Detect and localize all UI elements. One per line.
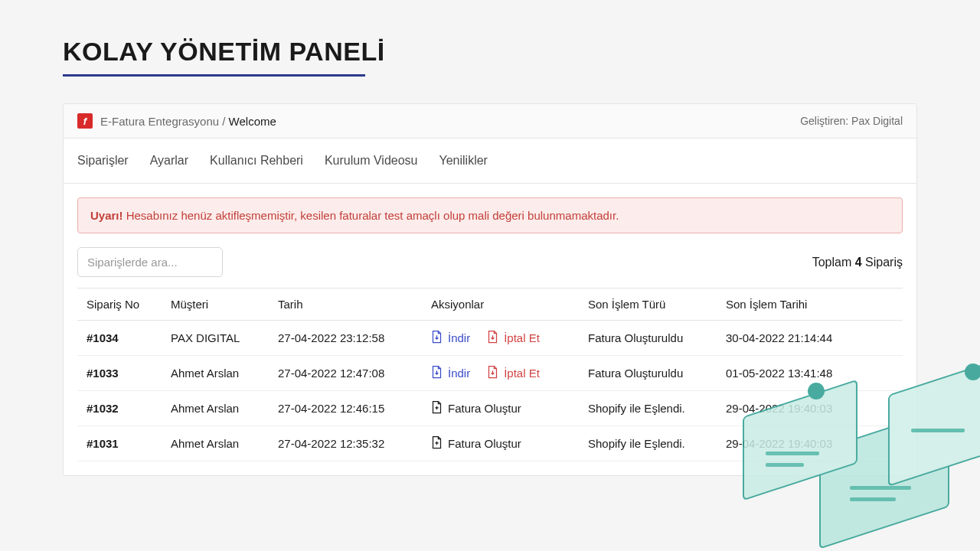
cell-last-type: Fatura Oluşturuldu [579, 321, 717, 356]
panel-header: f E-Fatura Entegrasyonu / Welcome Gelişt… [64, 104, 916, 139]
cancel-button[interactable]: İptal Et [487, 365, 540, 381]
col-order-no: Sipariş No [77, 289, 162, 321]
admin-panel: f E-Fatura Entegrasyonu / Welcome Gelişt… [63, 103, 917, 476]
cell-last-date: 30-04-2022 21:14:44 [717, 321, 903, 356]
alert-strong: Uyarı! [90, 209, 123, 222]
title-underline [63, 74, 365, 77]
table-row: #1032 Ahmet Arslan 27-04-2022 12:46:15 F… [77, 391, 903, 426]
create-invoice-button[interactable]: Fatura Oluştur [431, 435, 521, 452]
cancel-icon [487, 365, 498, 381]
cell-actions: Fatura Oluştur [422, 391, 579, 426]
cell-order-no: #1032 [77, 391, 162, 426]
cell-customer: Ahmet Arslan [162, 391, 269, 426]
content-area: Uyarı! Hesabınız henüz aktifleşmemiştir,… [64, 184, 916, 475]
breadcrumb: f E-Fatura Entegrasyonu / Welcome [77, 113, 276, 129]
breadcrumb-separator: / [219, 115, 229, 128]
download-icon [431, 365, 443, 381]
developer-label: Geliştiren: Pax Digital [800, 115, 903, 127]
cell-actions: İndir İptal Et [422, 321, 579, 356]
download-icon [431, 330, 443, 346]
cell-date: 27-04-2022 12:35:32 [269, 426, 422, 461]
cell-date: 27-04-2022 12:46:15 [269, 391, 422, 426]
cancel-icon [487, 330, 498, 346]
cell-last-type: Shopify ile Eşlendi. [579, 426, 717, 461]
create-icon [431, 435, 443, 452]
cell-actions: Fatura Oluştur [422, 426, 579, 461]
download-button[interactable]: İndir [431, 330, 470, 346]
create-icon [431, 400, 443, 416]
create-invoice-button[interactable]: Fatura Oluştur [431, 400, 521, 416]
table-row: #1031 Ahmet Arslan 27-04-2022 12:35:32 F… [77, 426, 903, 461]
cell-customer: Ahmet Arslan [162, 426, 269, 461]
total-count: Toplam 4 Sipariş [812, 256, 903, 269]
col-last-type: Son İşlem Türü [579, 289, 717, 321]
cell-last-date: 01-05-2022 13:41:48 [717, 356, 903, 391]
orders-table: Sipariş No Müşteri Tarih Aksiyonlar Son … [77, 288, 903, 461]
cell-last-type: Fatura Oluşturuldu [579, 356, 717, 391]
tab-siparisler[interactable]: Siparişler [77, 151, 129, 171]
download-button[interactable]: İndir [431, 365, 470, 381]
cell-order-no: #1033 [77, 356, 162, 391]
tab-yenilikler[interactable]: Yenilikler [439, 151, 487, 171]
logo-icon: f [77, 113, 93, 129]
cell-customer: Ahmet Arslan [162, 356, 269, 391]
cell-actions: İndir İptal Et [422, 356, 579, 391]
page-title: KOLAY YÖNETİM PANELİ [63, 37, 980, 67]
col-customer: Müşteri [162, 289, 269, 321]
cell-customer: PAX DIGITAL [162, 321, 269, 356]
tab-kullanici-rehberi[interactable]: Kullanıcı Rehberi [210, 151, 303, 171]
cell-date: 27-04-2022 23:12:58 [269, 321, 422, 356]
warning-alert: Uyarı! Hesabınız henüz aktifleşmemiştir,… [77, 197, 903, 233]
cell-order-no: #1034 [77, 321, 162, 356]
alert-text: Hesabınız henüz aktifleşmemiştir, kesile… [123, 209, 619, 222]
breadcrumb-root[interactable]: E-Fatura Entegrasyonu [100, 115, 219, 128]
table-row: #1034 PAX DIGITAL 27-04-2022 23:12:58 İn… [77, 321, 903, 356]
breadcrumb-current: Welcome [229, 115, 276, 128]
cell-order-no: #1031 [77, 426, 162, 461]
cell-last-date: 29-04-2022 19:40:03 [717, 426, 903, 461]
tabs: Siparişler Ayarlar Kullanıcı Rehberi Kur… [64, 139, 916, 184]
tab-kurulum-videosu[interactable]: Kurulum Videosu [325, 151, 418, 171]
cancel-button[interactable]: İptal Et [487, 330, 540, 346]
cell-date: 27-04-2022 12:47:08 [269, 356, 422, 391]
col-last-date: Son İşlem Tarihi [717, 289, 903, 321]
col-actions: Aksiyonlar [422, 289, 579, 321]
table-row: #1033 Ahmet Arslan 27-04-2022 12:47:08 İ… [77, 356, 903, 391]
toolbar: Toplam 4 Sipariş [77, 247, 903, 277]
tab-ayarlar[interactable]: Ayarlar [150, 151, 188, 171]
cell-last-date: 29-04-2022 19:40:03 [717, 391, 903, 426]
col-date: Tarih [269, 289, 422, 321]
cell-last-type: Shopify ile Eşlendi. [579, 391, 717, 426]
search-input[interactable] [77, 247, 223, 277]
